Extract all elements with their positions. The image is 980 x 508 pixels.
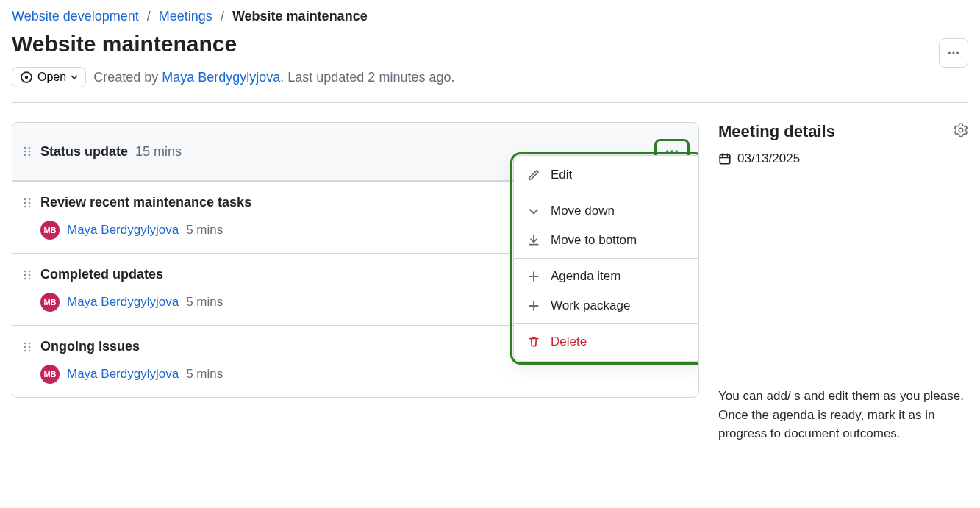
page-title: Website maintenance bbox=[12, 32, 968, 57]
meta-row: Open Created by Maya Berdygylyjova. Last… bbox=[12, 67, 968, 103]
menu-move-down-label: Move down bbox=[551, 204, 615, 218]
meta-text: Created by Maya Berdygylyjova. Last upda… bbox=[93, 70, 454, 85]
svg-point-19 bbox=[29, 205, 31, 207]
menu-delete[interactable]: Delete bbox=[514, 327, 699, 357]
agenda-item-title: Ongoing issues bbox=[40, 339, 140, 354]
svg-point-10 bbox=[29, 154, 31, 157]
svg-point-26 bbox=[24, 342, 26, 344]
details-date: 03/13/2025 bbox=[737, 151, 800, 166]
kebab-icon bbox=[947, 46, 960, 60]
svg-point-24 bbox=[24, 277, 26, 279]
svg-point-4 bbox=[25, 76, 29, 79]
svg-point-11 bbox=[666, 150, 669, 153]
svg-point-1 bbox=[952, 51, 954, 54]
menu-delete-label: Delete bbox=[551, 335, 587, 349]
agenda-item-duration: 5 mins bbox=[186, 295, 223, 310]
agenda-group-title: Status update bbox=[40, 144, 128, 160]
trash-icon bbox=[527, 335, 540, 348]
drag-handle-icon[interactable] bbox=[23, 146, 33, 157]
page-more-button[interactable] bbox=[939, 38, 968, 68]
svg-point-0 bbox=[948, 51, 951, 54]
svg-point-6 bbox=[29, 147, 31, 149]
breadcrumb-sep: / bbox=[221, 9, 224, 24]
avatar: MB bbox=[40, 365, 60, 384]
svg-point-18 bbox=[24, 205, 26, 207]
updated-text: . Last updated 2 minutes ago. bbox=[280, 70, 454, 85]
avatar: MB bbox=[40, 293, 60, 312]
breadcrumb-current: Website maintenance bbox=[232, 9, 368, 24]
agenda-item-duration: 5 mins bbox=[186, 367, 223, 382]
menu-separator bbox=[514, 258, 699, 259]
svg-point-2 bbox=[956, 51, 959, 54]
status-open-icon bbox=[20, 71, 33, 84]
drag-handle-icon[interactable] bbox=[23, 341, 33, 353]
agenda-item-duration: 5 mins bbox=[186, 223, 223, 237]
assignee-link[interactable]: Maya Berdygylyjova bbox=[67, 367, 179, 382]
breadcrumb-sep: / bbox=[147, 9, 151, 24]
svg-point-31 bbox=[29, 349, 31, 351]
svg-point-20 bbox=[24, 270, 26, 272]
agenda-group-header: Status update 15 mins Edit bbox=[12, 123, 698, 181]
agenda-item-title: Completed updates bbox=[40, 267, 163, 282]
settings-button[interactable] bbox=[954, 123, 968, 140]
created-by-link[interactable]: Maya Berdygylyjova bbox=[162, 70, 280, 85]
menu-move-bottom-label: Move to bottom bbox=[551, 233, 637, 248]
menu-work-package-label: Work package bbox=[551, 298, 630, 313]
menu-move-bottom[interactable]: Move to bottom bbox=[514, 226, 699, 255]
avatar: MB bbox=[40, 221, 60, 240]
svg-point-7 bbox=[24, 151, 26, 153]
svg-point-21 bbox=[29, 270, 31, 272]
pencil-icon bbox=[527, 168, 540, 182]
menu-separator bbox=[514, 323, 699, 324]
drag-handle-icon[interactable] bbox=[23, 197, 33, 209]
caret-down-icon bbox=[71, 74, 78, 81]
breadcrumb-mid[interactable]: Meetings bbox=[159, 9, 212, 24]
menu-work-package[interactable]: Work package bbox=[514, 291, 699, 321]
svg-point-9 bbox=[24, 154, 26, 157]
menu-separator bbox=[514, 193, 699, 193]
move-to-bottom-icon bbox=[527, 234, 540, 247]
menu-agenda-item-label: Agenda item bbox=[551, 269, 620, 284]
drag-handle-icon[interactable] bbox=[23, 269, 33, 281]
details-column: Meeting details 03/13/2025 You can add/ … bbox=[718, 122, 968, 443]
agenda-context-menu: Edit Move down Move to bottom bbox=[513, 155, 699, 362]
plus-icon bbox=[527, 270, 540, 283]
agenda-item-title: Review recent maintenance tasks bbox=[40, 195, 251, 210]
svg-point-29 bbox=[29, 346, 31, 348]
status-dropdown[interactable]: Open bbox=[12, 67, 86, 87]
assignee-link[interactable]: Maya Berdygylyjova bbox=[67, 295, 179, 310]
svg-point-15 bbox=[29, 198, 31, 200]
created-by-prefix: Created by bbox=[93, 70, 162, 85]
chevron-down-icon bbox=[527, 204, 540, 218]
svg-point-27 bbox=[29, 342, 31, 344]
details-help-text: You can add/ s and edit them as you plea… bbox=[718, 387, 968, 443]
svg-rect-32 bbox=[720, 154, 730, 163]
menu-edit-label: Edit bbox=[551, 168, 572, 182]
assignee-link[interactable]: Maya Berdygylyjova bbox=[67, 223, 179, 237]
svg-point-25 bbox=[29, 277, 31, 279]
svg-point-5 bbox=[24, 147, 26, 149]
svg-point-28 bbox=[24, 346, 26, 348]
svg-point-30 bbox=[24, 349, 26, 351]
breadcrumb-root[interactable]: Website development bbox=[12, 9, 139, 24]
plus-icon bbox=[527, 299, 540, 312]
details-date-row: 03/13/2025 bbox=[718, 151, 968, 166]
svg-point-22 bbox=[24, 273, 26, 276]
svg-point-23 bbox=[29, 273, 31, 276]
agenda-card: Status update 15 mins Edit bbox=[12, 122, 699, 398]
svg-point-13 bbox=[676, 150, 679, 153]
breadcrumb: Website development / Meetings / Website… bbox=[12, 9, 968, 24]
menu-edit[interactable]: Edit bbox=[514, 160, 699, 190]
details-heading: Meeting details bbox=[718, 122, 835, 141]
calendar-icon bbox=[718, 152, 732, 165]
svg-point-12 bbox=[670, 150, 673, 153]
menu-agenda-item[interactable]: Agenda item bbox=[514, 262, 699, 291]
gear-icon bbox=[954, 123, 968, 137]
svg-point-16 bbox=[24, 201, 26, 204]
status-label: Open bbox=[37, 71, 66, 84]
agenda-column: Status update 15 mins Edit bbox=[12, 122, 699, 398]
svg-point-14 bbox=[24, 198, 26, 200]
svg-point-17 bbox=[29, 201, 31, 204]
menu-move-down[interactable]: Move down bbox=[514, 196, 699, 226]
agenda-group-duration: 15 mins bbox=[135, 144, 182, 160]
